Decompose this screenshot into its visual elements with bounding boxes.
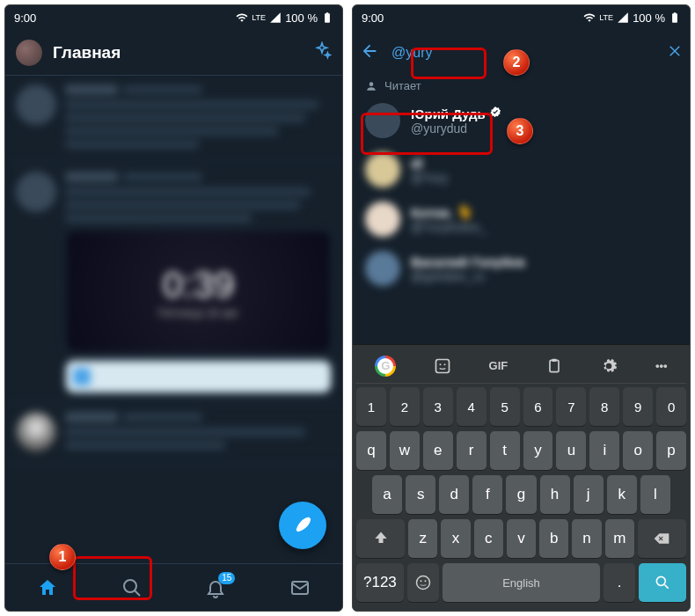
home-topbar: Главная — [5, 30, 342, 76]
key-r[interactable]: r — [457, 431, 486, 470]
status-net: LTE — [599, 13, 613, 22]
status-time: 9:00 — [362, 11, 384, 25]
section-following: Читает — [353, 76, 690, 96]
key-x[interactable]: x — [441, 519, 470, 558]
key-3[interactable]: 3 — [423, 387, 453, 426]
clear-search-button[interactable] — [667, 43, 683, 62]
compose-fab[interactable] — [279, 502, 326, 549]
key-g[interactable]: g — [506, 475, 536, 514]
more-icon[interactable]: ••• — [655, 359, 668, 372]
key-m[interactable]: m — [605, 519, 634, 558]
search-icon — [121, 577, 143, 598]
status-bar: 9:00 LTE 100 % — [353, 5, 690, 30]
key-k[interactable]: k — [607, 475, 637, 514]
person-icon — [365, 80, 377, 92]
battery-icon — [321, 11, 333, 24]
nav-search[interactable] — [106, 570, 158, 605]
svg-point-8 — [420, 580, 421, 582]
status-bar: 9:00 LTE 100 % — [5, 5, 342, 30]
key-2[interactable]: 2 — [390, 387, 420, 426]
shift-icon — [372, 530, 390, 547]
keyboard[interactable]: G GIF ••• 1234567890 qwertyuiop asdfghjk… — [353, 344, 690, 611]
sparkle-button[interactable] — [312, 41, 332, 64]
emoji-key[interactable] — [407, 563, 439, 602]
profile-avatar[interactable] — [16, 40, 42, 66]
mail-icon — [289, 577, 311, 598]
search-topbar — [353, 30, 690, 76]
status-battery: 100 % — [285, 11, 318, 25]
svg-point-7 — [416, 576, 429, 590]
key-7[interactable]: 7 — [556, 387, 586, 426]
result-handle: @Yury — [411, 171, 677, 185]
smile-icon — [414, 574, 432, 591]
search-result-0[interactable]: Юрий Дудь @yurydud — [353, 96, 690, 145]
keyboard-suggestions: G GIF ••• — [356, 348, 686, 384]
shift-key[interactable] — [356, 519, 405, 558]
search-key[interactable] — [639, 563, 686, 602]
search-icon — [654, 574, 671, 591]
gif-button[interactable]: GIF — [489, 359, 508, 372]
clipboard-icon[interactable] — [545, 357, 563, 375]
sticker-icon[interactable] — [434, 357, 451, 375]
key-l[interactable]: l — [640, 475, 670, 514]
key-a[interactable]: a — [372, 475, 402, 514]
key-j[interactable]: j — [574, 475, 604, 514]
search-result-3[interactable]: Василий Голубев@golubev_ru — [353, 244, 690, 293]
result-handle: @YuryKotov_ — [411, 220, 677, 234]
svg-rect-6 — [552, 358, 556, 361]
key-t[interactable]: t — [490, 431, 520, 470]
home-icon — [37, 577, 58, 598]
backspace-key[interactable] — [638, 519, 686, 558]
key-w[interactable]: w — [390, 431, 420, 470]
key-z[interactable]: z — [408, 519, 437, 558]
key-5[interactable]: 5 — [490, 387, 520, 426]
search-input[interactable] — [386, 41, 660, 64]
result-name: Котов. — [411, 205, 453, 220]
key-b[interactable]: b — [539, 519, 568, 558]
svg-point-10 — [656, 576, 665, 585]
key-p[interactable]: p — [656, 431, 686, 470]
key-6[interactable]: 6 — [523, 387, 553, 426]
key-v[interactable]: v — [507, 519, 536, 558]
symbols-key[interactable]: ?123 — [356, 563, 404, 602]
key-h[interactable]: h — [540, 475, 570, 514]
svg-rect-2 — [435, 359, 449, 372]
key-u[interactable]: u — [556, 431, 586, 470]
nav-notifications[interactable]: 15 — [189, 570, 242, 605]
spacebar-key[interactable]: English — [443, 563, 601, 602]
quote-card[interactable] — [65, 360, 332, 393]
key-e[interactable]: e — [423, 431, 453, 470]
key-4[interactable]: 4 — [457, 387, 486, 426]
nav-home[interactable] — [21, 570, 74, 605]
feather-icon — [293, 516, 312, 535]
key-n[interactable]: n — [572, 519, 601, 558]
key-8[interactable]: 8 — [589, 387, 619, 426]
key-y[interactable]: y — [523, 431, 553, 470]
svg-rect-5 — [550, 360, 559, 371]
key-i[interactable]: i — [589, 431, 619, 470]
media-clock: 0:39 Пятница 16 авг — [65, 230, 332, 353]
status-net: LTE — [252, 13, 266, 22]
gear-icon[interactable] — [600, 357, 618, 375]
key-d[interactable]: d — [439, 475, 469, 514]
timeline-feed[interactable]: 0:39 Пятница 16 авг — [5, 76, 342, 563]
key-s[interactable]: s — [406, 475, 435, 514]
key-1[interactable]: 1 — [356, 387, 386, 426]
search-result-1[interactable]: dl@Yury — [353, 145, 690, 194]
key-c[interactable]: c — [474, 519, 503, 558]
wifi-icon — [236, 11, 248, 24]
result-handle: @yurydud — [411, 121, 677, 136]
wifi-icon — [583, 11, 596, 24]
key-f[interactable]: f — [472, 475, 502, 514]
result-handle: @golubev_ru — [411, 269, 677, 283]
key-0[interactable]: 0 — [656, 387, 686, 426]
key-q[interactable]: q — [356, 431, 386, 470]
period-key[interactable]: . — [604, 563, 635, 602]
key-o[interactable]: o — [623, 431, 653, 470]
phone-right: 9:00 LTE 100 % Читает Юрий Дудь @yurydud… — [352, 4, 691, 612]
nav-messages[interactable] — [274, 570, 326, 605]
search-result-2[interactable]: Котов. 🐈@YuryKotov_ — [353, 194, 690, 244]
back-button[interactable] — [360, 41, 379, 64]
key-9[interactable]: 9 — [623, 387, 653, 426]
google-icon[interactable]: G — [375, 356, 396, 377]
